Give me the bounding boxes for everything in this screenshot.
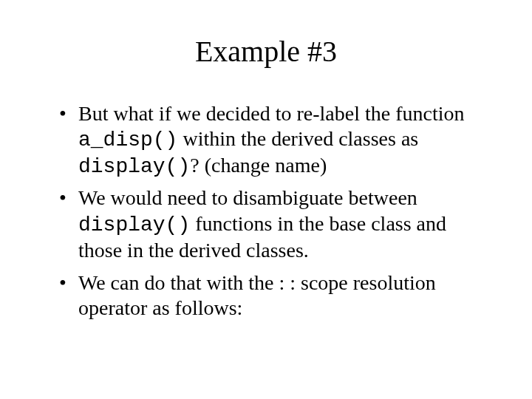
list-item: We would need to disambiguate between di… [62, 185, 489, 264]
bullet-list: But what if we decided to re-label the f… [43, 101, 489, 322]
text-run: within the derived classes as [177, 127, 418, 150]
text-run: We can do that with the : : scope resolu… [78, 271, 436, 319]
code-run: display() [78, 214, 190, 236]
slide-title: Example #3 [43, 34, 489, 69]
text-run: We would need to disambiguate between [78, 186, 417, 209]
code-run: a_disp() [78, 129, 177, 151]
list-item: We can do that with the : : scope resolu… [62, 270, 489, 322]
code-run: display() [78, 155, 190, 178]
text-run: ? (change name) [190, 154, 327, 177]
slide: Example #3 But what if we decided to re-… [0, 0, 532, 399]
list-item: But what if we decided to re-label the f… [62, 101, 489, 180]
text-run: But what if we decided to re-label the f… [78, 102, 464, 125]
